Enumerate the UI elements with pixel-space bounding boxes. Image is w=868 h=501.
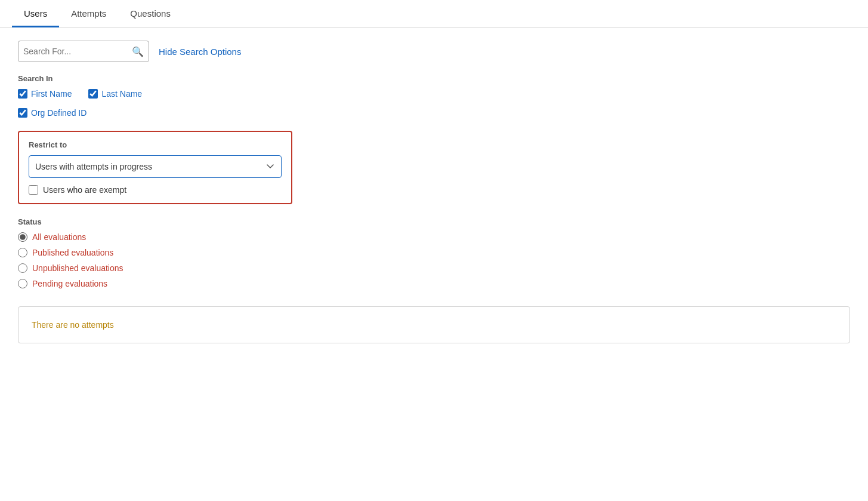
unpublished-evaluations-label[interactable]: Unpublished evaluations [32,263,123,273]
exempt-label[interactable]: Users who are exempt [43,185,126,195]
first-name-checkbox-row: First Name [18,89,72,99]
radio-unpublished: Unpublished evaluations [18,263,850,273]
hide-search-options-link[interactable]: Hide Search Options [159,47,241,57]
restrict-to-dropdown-wrap: Users with attempts in progress All user… [29,155,282,178]
page-wrapper: Users Attempts Questions 🔍 Hide Search O… [0,0,868,501]
no-attempts-message: There are no attempts [32,320,114,330]
published-evaluations-label[interactable]: Published evaluations [32,248,113,257]
search-input-wrap[interactable]: 🔍 [18,41,149,62]
tab-users[interactable]: Users [12,0,59,27]
tabs-bar: Users Attempts Questions [0,0,868,27]
exempt-checkbox-row: Users who are exempt [29,185,282,195]
tab-attempts[interactable]: Attempts [59,0,118,27]
org-id-checkbox-row: Org Defined ID [18,108,850,118]
restrict-to-label: Restrict to [29,140,282,149]
status-label: Status [18,217,850,226]
org-defined-id-label[interactable]: Org Defined ID [31,108,87,118]
pending-evaluations-label[interactable]: Pending evaluations [32,279,107,288]
search-in-name-row: First Name Last Name [18,89,850,103]
radio-pending: Pending evaluations [18,279,850,288]
exempt-checkbox[interactable] [29,185,38,195]
no-attempts-panel: There are no attempts [18,306,850,343]
radio-published: Published evaluations [18,248,850,257]
unpublished-evaluations-radio[interactable] [18,263,27,273]
last-name-label[interactable]: Last Name [101,89,142,99]
tab-questions[interactable]: Questions [118,0,183,27]
content-area: 🔍 Hide Search Options Search In First Na… [0,27,868,361]
search-row: 🔍 Hide Search Options [18,41,850,62]
published-evaluations-radio[interactable] [18,248,27,257]
search-in-section: Search In First Name Last Name Org Defin… [18,74,850,118]
radio-all-evaluations: All evaluations [18,232,850,242]
pending-evaluations-radio[interactable] [18,279,27,288]
search-icon: 🔍 [132,46,144,57]
first-name-checkbox[interactable] [18,89,27,99]
first-name-label[interactable]: First Name [31,89,72,99]
status-section: Status All evaluations Published evaluat… [18,217,850,288]
search-in-label: Search In [18,74,850,83]
last-name-checkbox-row: Last Name [88,89,142,99]
restrict-to-dropdown[interactable]: Users with attempts in progress All user… [29,155,282,178]
last-name-checkbox[interactable] [88,89,98,99]
org-defined-id-checkbox[interactable] [18,108,27,118]
all-evaluations-label[interactable]: All evaluations [32,232,86,242]
all-evaluations-radio[interactable] [18,232,27,242]
search-input[interactable] [23,47,132,56]
restrict-to-section: Restrict to Users with attempts in progr… [18,131,292,204]
